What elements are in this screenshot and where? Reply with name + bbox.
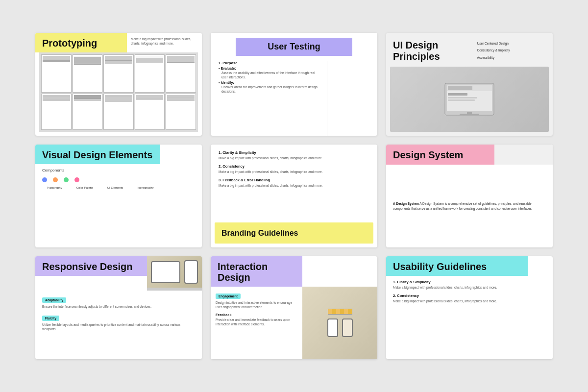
responsive-content: Adaptability Ensure the interface seamle… [35,291,202,359]
clarity-title-1: 1. Clarity & Simplicity [219,150,369,155]
cat-typography: Typography [42,186,67,189]
fluidity-tag: Fluidity [42,316,59,321]
engagement-text: Design intuitive and interactive element… [216,300,297,309]
purpose-label: 1. Purpose [219,61,319,65]
feedback-title: Feedback [216,313,297,317]
design-system-def: A Design System A Design System is a com… [393,201,546,211]
slide-grid: Prototyping Make a big impact with profe… [16,13,572,379]
svg-rect-7 [467,112,472,114]
usability-title-2: 2. Consistency [393,294,546,298]
ruler-icon [328,309,352,315]
fluidity-text: Utilize flexible layouts and media queri… [42,322,195,331]
interaction-header: Interaction Design [211,256,302,287]
phone-icon [184,260,198,284]
iconography-icon [74,177,79,182]
slide-user-testing: User Testing 1. Purpose • Evaluate: Asse… [211,33,377,136]
interaction-section-1: Engagement Design intuitive and interact… [216,291,297,309]
ui-list-item-3: Accessibility [477,56,546,60]
slide-visual-design: Visual Design Elements Components Typogr… [35,145,202,247]
ui-list-item-2: Consistency & Implicity [477,49,546,52]
cat-iconography: Iconography [133,186,158,189]
design-system-right-top [494,145,553,165]
branding-title: Branding Guidelines [221,228,367,238]
bullet-evaluate-label: • Evaluate: [219,67,319,70]
branding-banner: Branding Guidelines [215,222,373,244]
clarity-title-2: 2. Consistency [219,164,369,169]
slide-usability: Usability Guidelines 1. Clarity & Simpli… [386,256,553,359]
slide-responsive: Responsive Design Adaptability Ensure th… [35,256,202,359]
slide-clarity: 1. Clarity & Simplicity Make a big impac… [211,145,377,247]
interaction-title: Interaction Design [218,261,295,283]
bullet-evaluate-text: Assess the usability and effectiveness o… [221,71,319,79]
bullet-identify-label: • Identify: [219,81,319,84]
feedback-text: Provide clear and immediate feedback to … [216,318,297,326]
visual-design-content: Components Typography Color Palette UI E… [35,164,202,247]
slide-prototyping: Prototyping Make a big impact with profe… [35,33,202,136]
adaptability-text: Ensure the interface seamlessly adjusts … [42,304,195,309]
prototyping-subtext: Make a big impact with professional slid… [127,33,202,46]
svg-rect-8 [460,114,479,115]
slide-ui-design: UI Design Principles User Centered Desig… [386,33,553,136]
usability-title-1: 1. Clarity & Simplicity [393,280,546,284]
design-system-content: A Design System A Design System is a com… [386,165,553,247]
responsive-header: Responsive Design [35,256,147,276]
components-label: Components [42,168,195,172]
prototyping-title: Prototyping [42,38,120,49]
typography-icon [42,177,47,182]
svg-rect-4 [448,93,467,96]
interaction-image-col [302,287,377,359]
ui-design-image [390,67,549,132]
clarity-content: 1. Clarity & Simplicity Make a big impac… [211,145,377,222]
ui-list-item-1: User Centered Design [477,42,546,46]
responsive-title: Responsive Design [42,261,140,272]
clarity-text-3: Make a big impact with professional slid… [219,183,369,188]
adaptability-tag: Adaptability [42,297,66,303]
visual-design-title: Visual Design Elements [42,149,153,160]
ui-design-title-area: UI Design Principles [393,40,477,63]
design-system-header: Design System [386,145,494,165]
color-icon [53,177,58,182]
usability-header: Usability Guidelines [386,256,528,276]
phone-2-icon [342,318,353,337]
ui-design-title: UI Design Principles [393,40,477,62]
svg-rect-3 [448,86,472,90]
bullet-identify-text: Uncover areas for improvement and gather… [221,85,319,94]
user-testing-title: User Testing [243,42,345,52]
design-system-top: Design System [386,145,553,165]
usability-title: Usability Guidelines [393,261,521,272]
user-testing-header: User Testing [236,38,352,56]
tablet-icon [151,261,180,283]
usability-content: 1. Clarity & Simplicity Make a big impac… [386,276,553,359]
slide-design-system: Design System A Design System A Design S… [386,145,553,247]
engagement-tag: Engagement [216,294,241,299]
labels-row: Typography Color Palette UI Elements Ico… [42,186,195,189]
icons-row [42,177,195,182]
clarity-text-2: Make a big impact with professional slid… [219,170,369,174]
ui-design-list: User Centered Design Consistency & Impli… [477,40,546,63]
svg-rect-5 [448,97,477,98]
user-testing-content: 1. Purpose • Evaluate: Assess the usabil… [211,61,327,136]
interaction-content-area: Engagement Design intuitive and interact… [211,287,377,359]
visual-design-header: Visual Design Elements [35,145,160,164]
usability-text-1: Make a big impact with professional slid… [393,285,546,290]
prototyping-header: Prototyping [35,33,127,52]
slide-interaction: Interaction Design Engagement Design int… [211,256,377,359]
interaction-text-col: Engagement Design intuitive and interact… [211,287,302,359]
responsive-section-1: Adaptability Ensure the interface seamle… [42,294,195,309]
clarity-text-1: Make a big impact with professional slid… [219,156,369,160]
cat-color: Color Palette [73,186,97,189]
ui-elements-icon [64,177,69,182]
devices-mockup [302,287,377,359]
cat-ui-elements: UI Elements [103,186,127,189]
svg-rect-6 [448,99,475,101]
clarity-title-3: 3. Feedback & Error Handling [219,178,369,182]
monitor-mockup [390,67,549,132]
usability-text-2: Make a big impact with professional slid… [393,299,546,303]
design-system-title: Design System [393,149,488,161]
phone-1-icon [327,318,338,337]
prototyping-image [39,52,198,132]
ui-design-top: UI Design Principles User Centered Desig… [386,33,553,63]
user-testing-side [327,61,377,136]
responsive-section-2: Fluidity Utilize flexible layouts and me… [42,313,195,331]
responsive-image [147,256,202,291]
